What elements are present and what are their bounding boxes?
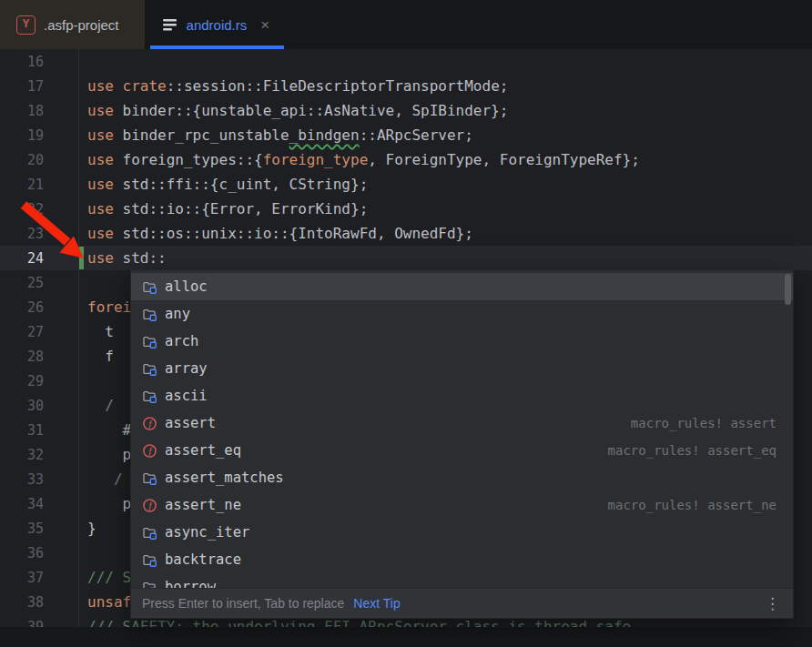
completion-label: backtrace [165, 551, 241, 568]
line-number: 27 [0, 324, 44, 340]
completion-item[interactable]: ascii [131, 382, 793, 409]
code-text: } [44, 516, 96, 541]
code-text: use std::io::{Error, ErrorKind}; [44, 197, 368, 221]
viewport-clip-strip [0, 627, 812, 647]
code-text: use foreign_types::{foreign_type, Foreig… [44, 147, 640, 172]
tab-android-rs[interactable]: android.rs × [145, 0, 285, 49]
code-line[interactable]: 18use binder::{unstable_api::AsNative, S… [0, 98, 812, 123]
line-number: 24 [0, 250, 44, 267]
code-text: /// S [44, 565, 131, 590]
line-number: 26 [0, 299, 44, 316]
tab-label: .asfp-project [44, 17, 119, 33]
completion-label: alloc [165, 278, 208, 295]
completion-label: assert_eq [165, 442, 241, 459]
completion-item[interactable]: assert_matches [131, 464, 793, 491]
close-tab-icon[interactable]: × [260, 17, 269, 33]
completion-item[interactable]: fassertmacro_rules! assert [131, 409, 793, 437]
ide-window: { "tab_bar": { "project_tab": { "label":… [0, 0, 812, 647]
popup-footer: Press Enter to insert, Tab to replace Ne… [131, 588, 793, 618]
code-line[interactable]: 19use binder_rpc_unstable_bindgen::ARpcS… [0, 123, 812, 147]
module-icon [142, 389, 157, 404]
completion-item[interactable]: backtrace [131, 546, 793, 573]
module-icon [142, 580, 157, 589]
footer-hint: Press Enter to insert, Tab to replace [142, 596, 344, 611]
code-text: use std::ffi::{c_uint, CString}; [44, 172, 368, 197]
code-line[interactable]: 17use crate::session::FileDescriptorTran… [0, 74, 812, 98]
changed-lines-icon [163, 19, 178, 31]
line-number: 17 [0, 78, 44, 95]
module-icon [142, 307, 157, 322]
code-text: p [44, 442, 131, 467]
module-icon [142, 334, 157, 349]
svg-text:f: f [149, 446, 154, 456]
module-icon [142, 361, 157, 377]
completion-label: ascii [165, 388, 208, 404]
completion-label: array [165, 360, 208, 377]
completion-item[interactable]: fassert_nemacro_rules! assert_ne [131, 491, 793, 519]
completion-list: allocanyarcharrayasciifassertmacro_rules… [131, 270, 793, 588]
line-number: 35 [0, 521, 44, 537]
completion-label: assert_matches [165, 470, 284, 486]
next-tip-link[interactable]: Next Tip [353, 596, 400, 611]
line-number: 33 [0, 471, 44, 488]
tab-asfp-project[interactable]: Y .asfp-project [0, 0, 145, 49]
gutter-separator [78, 49, 79, 647]
code-text: p [44, 491, 131, 516]
code-line[interactable]: 20use foreign_types::{foreign_type, Fore… [0, 147, 812, 172]
line-number: 18 [0, 103, 44, 119]
module-icon [142, 470, 157, 486]
code-line[interactable]: 16 [0, 49, 812, 74]
line-number: 31 [0, 422, 44, 439]
completion-item[interactable]: borrow [131, 573, 793, 588]
completion-item[interactable]: arch [131, 328, 793, 355]
completion-hint: macro_rules! assert_ne [608, 498, 776, 512]
completion-item[interactable]: array [131, 355, 793, 382]
line-number: 30 [0, 398, 44, 414]
completion-label: async_iter [165, 524, 249, 541]
editor-tab-bar: Y .asfp-project android.rs × [0, 0, 812, 49]
code-line[interactable]: 22use std::io::{Error, ErrorKind}; [0, 197, 812, 221]
line-number: 29 [0, 373, 44, 389]
completion-popup: allocanyarcharrayasciifassertmacro_rules… [130, 269, 794, 619]
tab-label: android.rs [187, 17, 248, 33]
code-line[interactable]: 24use std:: [0, 246, 812, 270]
popup-scrollbar-thumb[interactable] [785, 274, 791, 305]
macro-icon: f [142, 443, 157, 459]
completion-item[interactable]: async_iter [131, 519, 793, 546]
completion-label: arch [165, 333, 198, 349]
code-line[interactable]: 21use std::ffi::{c_uint, CString}; [0, 172, 812, 197]
module-icon [142, 279, 157, 295]
line-number: 23 [0, 226, 44, 242]
line-number: 38 [0, 594, 44, 611]
line-number: 20 [0, 152, 44, 168]
line-number: 22 [0, 201, 44, 217]
line-number: 28 [0, 349, 44, 365]
completion-label: any [165, 306, 190, 322]
line-number: 37 [0, 570, 44, 586]
completion-item[interactable]: alloc [131, 273, 793, 300]
line-number: 36 [0, 545, 44, 561]
module-icon [142, 552, 157, 568]
code-text: # [44, 418, 131, 442]
project-file-type-icon: Y [16, 15, 36, 35]
macro-icon: f [142, 498, 157, 513]
code-text: use binder_rpc_unstable_bindgen::ARpcSer… [44, 123, 473, 147]
completion-hint: macro_rules! assert_eq [608, 443, 776, 458]
completion-item[interactable]: fassert_eqmacro_rules! assert_eq [131, 437, 793, 464]
active-tab-underline [150, 45, 285, 49]
completion-item[interactable]: any [131, 300, 793, 328]
svg-text:f: f [149, 419, 154, 429]
line-number: 19 [0, 127, 44, 144]
code-text: use binder::{unstable_api::AsNative, SpI… [44, 98, 508, 123]
code-text: / [44, 467, 123, 491]
change-marker [79, 247, 84, 269]
line-number: 34 [0, 496, 44, 512]
code-line[interactable]: 23use std::os::unix::io::{IntoRawFd, Own… [0, 221, 812, 246]
line-number: 16 [0, 54, 44, 70]
completion-label: assert_ne [165, 497, 241, 513]
more-options-icon[interactable]: ⋮ [765, 596, 780, 612]
code-text: unsaf [44, 590, 131, 614]
line-number: 21 [0, 177, 44, 193]
completion-label: borrow [165, 579, 216, 588]
line-number: 32 [0, 447, 44, 463]
